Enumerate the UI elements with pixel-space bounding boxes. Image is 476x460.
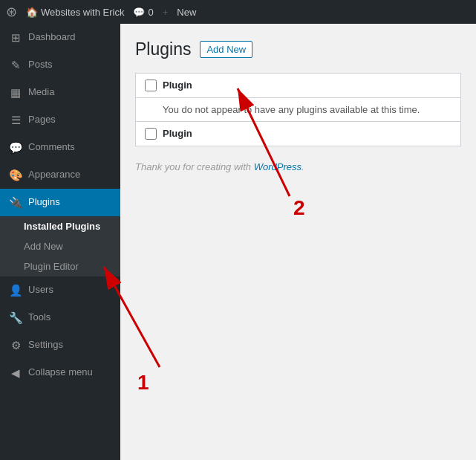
plugins-table-footer-row: Plugin	[136, 122, 460, 146]
collapse-icon: ◀	[9, 365, 22, 380]
page-header: Plugins Add New	[135, 39, 461, 61]
users-icon: 👤	[9, 282, 22, 298]
plugins-submenu: Installed Plugins Add New Plugin Editor	[0, 216, 120, 276]
sidebar-submenu-plugin-editor[interactable]: Plugin Editor	[0, 256, 120, 276]
sidebar: ⊞ Dashboard ✎ Posts ▦ Media ☰ Pages 💬 Co…	[0, 24, 120, 460]
comments-link[interactable]: 💬 0	[133, 7, 153, 18]
select-all-checkbox-bottom[interactable]	[145, 128, 157, 140]
plugin-column-footer: Plugin	[163, 128, 192, 139]
dashboard-icon: ⊞	[9, 30, 22, 45]
plugins-table-header: Plugin	[136, 74, 460, 98]
sidebar-item-pages[interactable]: ☰ Pages	[0, 106, 120, 134]
pages-icon: ☰	[9, 112, 22, 128]
plugins-icon: 🔌	[9, 195, 22, 210]
add-new-button[interactable]: Add New	[200, 41, 252, 58]
settings-icon: ⚙	[9, 337, 22, 353]
sidebar-item-settings[interactable]: ⚙ Settings	[0, 331, 120, 359]
posts-icon: ✎	[9, 57, 22, 73]
site-name[interactable]: 🏠 Websites with Erick	[26, 7, 124, 18]
separator: +	[163, 7, 169, 18]
sidebar-collapse-menu[interactable]: ◀ Collapse menu	[0, 359, 120, 386]
admin-bar: ⊛ 🏠 Websites with Erick 💬 0 + New	[0, 0, 476, 24]
sidebar-item-users[interactable]: 👤 Users	[0, 276, 120, 304]
plugin-column-header: Plugin	[163, 80, 192, 91]
sidebar-submenu-installed-plugins[interactable]: Installed Plugins	[0, 216, 120, 236]
media-icon: ▦	[9, 85, 22, 100]
sidebar-item-posts[interactable]: ✎ Posts	[0, 51, 120, 79]
comments-icon: 💬	[9, 140, 22, 155]
sidebar-item-plugins[interactable]: 🔌 Plugins	[0, 189, 120, 216]
sidebar-item-media[interactable]: ▦ Media	[0, 79, 120, 106]
appearance-icon: 🎨	[9, 167, 22, 183]
main-content: Plugins Add New Plugin You do not appear…	[120, 24, 476, 460]
sidebar-submenu-add-new[interactable]: Add New	[0, 236, 120, 256]
sidebar-item-dashboard[interactable]: ⊞ Dashboard	[0, 24, 120, 51]
sidebar-item-comments[interactable]: 💬 Comments	[0, 134, 120, 161]
page-footer: Thank you for creating with WordPress.	[135, 146, 461, 181]
sidebar-item-appearance[interactable]: 🎨 Appearance	[0, 161, 120, 189]
new-content-link[interactable]: New	[177, 7, 196, 18]
plugins-table: Plugin You do not appear to have any plu…	[135, 73, 461, 146]
sidebar-item-tools[interactable]: 🔧 Tools	[0, 304, 120, 331]
wordpress-link[interactable]: WordPress	[254, 161, 301, 172]
page-title: Plugins	[135, 39, 191, 61]
wp-logo-icon[interactable]: ⊛	[6, 4, 17, 20]
tools-icon: 🔧	[9, 310, 22, 325]
home-icon: 🏠	[26, 7, 38, 18]
comment-icon: 💬	[133, 7, 145, 18]
select-all-checkbox[interactable]	[145, 80, 157, 91]
empty-plugins-message: You do not appear to have any plugins av…	[136, 98, 460, 122]
